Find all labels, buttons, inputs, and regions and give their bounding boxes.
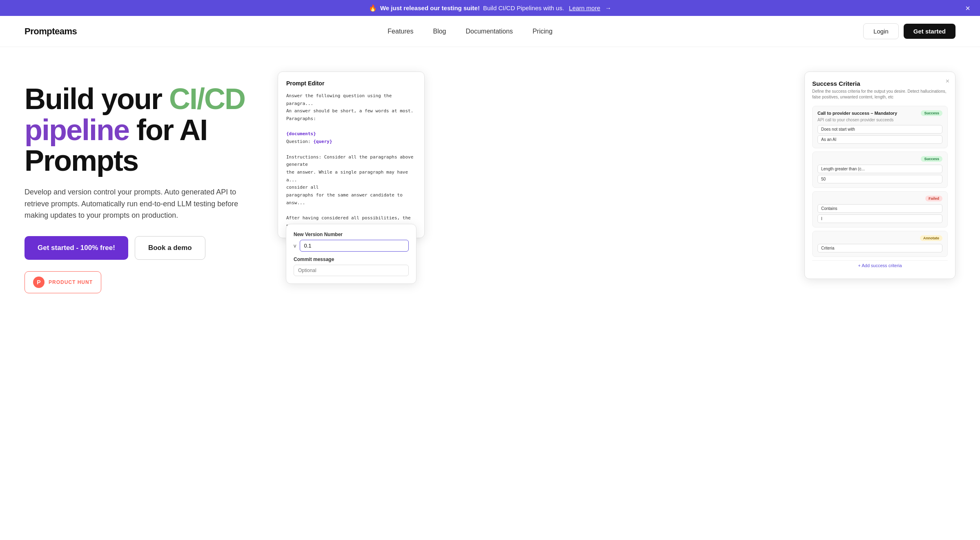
nav-link-docs[interactable]: Documentations [466,28,513,35]
criteria-badge: Annotate [920,235,942,241]
prompt-editor-title: Prompt Editor [286,80,416,87]
product-hunt-badge[interactable]: P PRODUCT HUNT [24,271,101,293]
nav-logo: Prompteams [24,26,77,37]
book-demo-button[interactable]: Book a demo [135,236,205,260]
nav-link-pricing[interactable]: Pricing [532,28,552,35]
login-button[interactable]: Login [863,23,899,39]
hero-title: Build your CI/CD pipeline for AI Prompts [24,84,270,176]
nav-links: Features Blog Documentations Pricing [388,28,552,35]
success-criteria-close-icon[interactable]: × [946,78,949,85]
hero-title-part3: for AI [129,114,207,146]
criteria-input-3b[interactable] [817,214,942,223]
criteria-item: Failed [812,191,948,228]
hero-content: Build your CI/CD pipeline for AI Prompts… [24,71,270,293]
hero-title-prompts: Prompts [24,144,138,177]
hero-buttons: Get started - 100% free! Book a demo [24,236,270,260]
new-version-card: New Version Number v Commit message [286,224,416,284]
success-criteria-card: × Success Criteria Define the success cr… [804,71,956,279]
hero-title-pipeline: pipeline [24,114,129,146]
banner-learn-more-link[interactable]: Learn more [569,4,600,11]
criteria-input-2a[interactable] [817,165,942,173]
criteria-header: Annotate [817,235,942,241]
criteria-badge: Failed [925,196,942,201]
criteria-name: Call to provider success – Mandatory [817,111,897,116]
get-started-free-button[interactable]: Get started - 100% free! [24,236,128,260]
criteria-input-1a[interactable] [817,125,942,134]
new-version-label: New Version Number [294,232,409,237]
success-criteria-title: Success Criteria [812,80,948,87]
nav-link-blog[interactable]: Blog [433,28,446,35]
criteria-item: Success [812,152,948,188]
product-hunt-label: PRODUCT HUNT [49,279,93,285]
banner-arrow: → [605,4,611,11]
banner-bold-text: We just released our testing suite! [380,4,480,11]
nav-link-features[interactable]: Features [388,28,413,35]
nav-actions: Login Get started [863,23,956,39]
prompt-editor-content: Answer the following question using the … [286,92,416,230]
criteria-input-1b[interactable] [817,135,942,144]
criteria-item: Annotate [812,231,948,257]
version-row: v [294,240,409,252]
announcement-banner: 🔥 We just released our testing suite! Bu… [0,0,980,16]
criteria-header: Call to provider success – Mandatory Suc… [817,110,942,116]
banner-close-button[interactable]: × [965,4,970,12]
hero-visuals: Prompt Editor Answer the following quest… [278,71,956,284]
hero-title-part1: Build your [24,83,169,115]
fire-icon: 🔥 [369,4,377,12]
criteria-header: Failed [817,196,942,201]
criteria-input-4a[interactable] [817,244,942,252]
hero-section: Build your CI/CD pipeline for AI Prompts… [0,47,980,325]
version-prefix: v [294,243,296,249]
criteria-item: Call to provider success – Mandatory Suc… [812,106,948,148]
banner-normal-text: Build CI/CD Pipelines with us. [483,4,564,11]
version-input[interactable] [300,240,409,252]
criteria-badge: Success [921,110,942,116]
hero-title-cicd: CI/CD [169,83,245,115]
commit-input[interactable] [294,265,409,276]
hero-subtitle: Develop and version control your prompts… [24,186,245,221]
get-started-nav-button[interactable]: Get started [904,24,956,39]
prompt-editor-card: Prompt Editor Answer the following quest… [278,71,425,238]
product-hunt-icon: P [33,277,45,288]
criteria-input-3a[interactable] [817,204,942,213]
add-criteria-button[interactable]: + Add success criteria [812,260,948,270]
criteria-badge: Success [921,156,942,162]
criteria-header: Success [817,156,942,162]
criteria-input-2b[interactable] [817,175,942,183]
commit-label: Commit message [294,257,409,262]
success-criteria-subtitle: Define the success criteria for the outp… [812,89,948,100]
criteria-desc: API call to your chosen provider succeed… [817,118,942,122]
navbar: Prompteams Features Blog Documentations … [0,16,980,47]
